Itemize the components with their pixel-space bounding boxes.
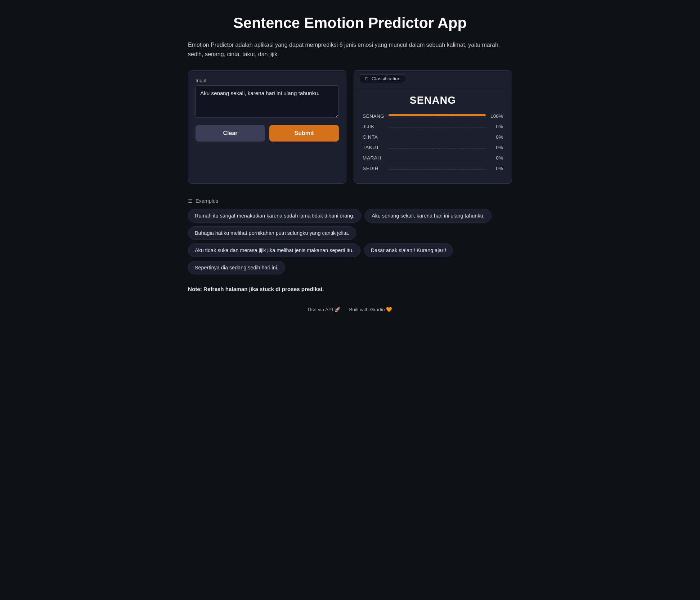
emotion-pct: 0% — [490, 155, 503, 161]
example-button[interactable]: Dasar anak sialan!! Kurang ajar!! — [364, 243, 453, 257]
emotion-pct: 100% — [490, 113, 503, 119]
emotion-pct: 0% — [490, 166, 503, 171]
emotion-row: TAKUT0% — [363, 145, 503, 150]
emotion-bar-track — [389, 167, 486, 170]
emotion-bars: SENANG100%JIJIK0%CINTA0%TAKUT0%MARAH0%SE… — [363, 113, 503, 171]
emotion-name: MARAH — [363, 155, 384, 161]
emotion-name: TAKUT — [363, 145, 384, 150]
emotion-bar-track — [389, 115, 486, 117]
classification-tab-label: Classification — [372, 76, 400, 81]
examples-section: ☰ Examples Rumah itu sangat menakutkan k… — [188, 198, 512, 274]
page-title: Sentence Emotion Predictor App — [188, 14, 512, 32]
emotion-row: CINTA0% — [363, 134, 503, 140]
classification-body: SENANG SENANG100%JIJIK0%CINTA0%TAKUT0%MA… — [354, 87, 512, 183]
example-button[interactable]: Aku senang sekali, karena hari ini ulang… — [365, 209, 492, 223]
emotion-name: CINTA — [363, 134, 384, 140]
emotion-name: SENANG — [363, 113, 384, 119]
submit-button[interactable]: Submit — [269, 125, 339, 142]
button-row: Clear Submit — [196, 125, 339, 142]
example-button[interactable]: Rumah itu sangat menakutkan karena sudah… — [188, 209, 361, 223]
main-panel: Input Aku senang sekali, karena hari ini… — [188, 70, 512, 184]
example-button[interactable]: Aku tidak suka dan merasa jijik jika mel… — [188, 243, 360, 257]
classification-tab-icon: 🗒 — [364, 76, 369, 81]
emotion-row: JIJIK0% — [363, 124, 503, 129]
page-description: Emotion Predictor adalah aplikasi yang d… — [188, 40, 512, 59]
example-button[interactable]: Bahagia hatiku melihat pernikahan putri … — [188, 226, 356, 240]
predicted-emotion: SENANG — [363, 94, 503, 106]
input-textarea[interactable]: Aku senang sekali, karena hari ini ulang… — [196, 85, 339, 118]
emotion-bar-fill — [389, 114, 486, 116]
note-text: Note: Refresh halaman jika stuck di pros… — [188, 286, 512, 292]
emotion-row: SENANG100% — [363, 113, 503, 119]
emotion-pct: 0% — [490, 145, 503, 150]
input-label: Input — [196, 78, 339, 83]
classification-tab[interactable]: 🗒 Classification — [360, 74, 405, 83]
input-panel: Input Aku senang sekali, karena hari ini… — [188, 70, 346, 184]
emotion-pct: 0% — [490, 124, 503, 129]
emotion-bar-track — [389, 126, 486, 128]
examples-icon: ☰ — [188, 198, 193, 204]
examples-label-text: Examples — [196, 198, 218, 204]
emotion-bar-track — [389, 136, 486, 138]
examples-grid: Rumah itu sangat menakutkan karena sudah… — [188, 209, 512, 274]
api-link[interactable]: Use via API 🚀 — [308, 306, 341, 312]
emotion-row: MARAH0% — [363, 155, 503, 161]
clear-button[interactable]: Clear — [196, 125, 265, 142]
examples-label: ☰ Examples — [188, 198, 512, 204]
emotion-pct: 0% — [490, 134, 503, 140]
emotion-bar-track — [389, 147, 486, 149]
classification-panel: 🗒 Classification SENANG SENANG100%JIJIK0… — [354, 70, 512, 184]
example-button[interactable]: Sepertinya dia sedang sedih hari ini. — [188, 261, 285, 274]
emotion-row: SEDIH0% — [363, 166, 503, 171]
emotion-name: JIJIK — [363, 124, 384, 129]
footer: Use via API 🚀 · Built with Gradio 🧡 — [188, 306, 512, 312]
footer-separator: · — [344, 307, 346, 312]
emotion-name: SEDIH — [363, 166, 384, 171]
classification-header: 🗒 Classification — [354, 71, 512, 87]
emotion-bar-track — [389, 157, 486, 159]
gradio-link[interactable]: Built with Gradio 🧡 — [349, 306, 392, 312]
